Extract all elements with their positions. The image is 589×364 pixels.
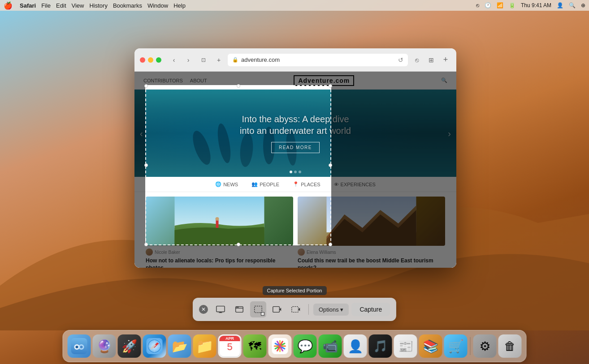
svg-rect-22 [292, 307, 299, 313]
browser-content: CONTRIBUTORS ABOUT Adventure.com 🔍 [134, 72, 456, 268]
close-window-button[interactable] [140, 57, 145, 63]
dock-icon-facetime[interactable]: 📹 [319, 334, 342, 358]
capture-entire-screen-button[interactable] [212, 301, 229, 317]
tab-places-label: PLACES [301, 182, 320, 187]
dock: 🔮 🚀 📂 📁 APR 5 🗺 [63, 330, 527, 362]
article-card-2[interactable]: Elena Williams Could this new trail be t… [298, 197, 445, 268]
svg-rect-19 [255, 306, 262, 313]
menubar-window[interactable]: Window [147, 2, 168, 9]
back-button[interactable]: ‹ [169, 55, 179, 65]
menubar-clock-icon[interactable]: 🕐 [485, 2, 491, 9]
website: CONTRIBUTORS ABOUT Adventure.com 🔍 [134, 72, 456, 268]
article-title-1: How not to alienate locals: Pro tips for… [146, 257, 293, 268]
tab-experiences[interactable]: 👁 EXPERIENCES [334, 181, 376, 187]
menubar-app-name[interactable]: Safari [20, 2, 36, 9]
toolbar-separator [308, 304, 309, 315]
article-title-2: Could this new trail be the boost Middle… [298, 257, 445, 268]
share-button[interactable]: ⎋ [411, 55, 422, 65]
dock-icon-systemprefs[interactable]: ⚙ [473, 334, 497, 358]
options-button[interactable]: Options ▾ [313, 304, 349, 316]
hero-next-button[interactable]: › [448, 128, 451, 138]
menubar-control-icon[interactable]: ⊕ [581, 2, 585, 9]
menubar-datetime: Thu 9:41 AM [521, 2, 551, 9]
menubar-airplay-icon[interactable]: ⎋ [476, 2, 479, 9]
menubar-wifi-icon[interactable]: 📶 [497, 2, 503, 9]
nav-about[interactable]: ABOUT [190, 78, 207, 83]
author-name-2: Elena Williams [307, 250, 336, 255]
svg-point-17 [237, 307, 237, 308]
site-logo: Adventure.com [294, 75, 354, 86]
site-search-icon[interactable]: 🔍 [441, 77, 447, 83]
dock-icon-contacts[interactable]: 👤 [344, 334, 367, 358]
tab-people[interactable]: 👥 PEOPLE [251, 181, 279, 187]
minimize-window-button[interactable] [148, 57, 153, 63]
author-avatar-1 [146, 248, 153, 256]
dock-icon-music[interactable]: 🎵 [369, 334, 392, 358]
nav-contributors[interactable]: CONTRIBUTORS [143, 78, 183, 83]
menubar-battery-icon[interactable]: 🔋 [509, 2, 515, 9]
address-bar[interactable]: 🔒 adventure.com ↺ [228, 54, 408, 66]
hero-prev-button[interactable]: ‹ [140, 128, 143, 138]
site-navigation: CONTRIBUTORS ABOUT Adventure.com 🔍 [134, 72, 456, 90]
tab-overview-button[interactable]: ⊡ [197, 54, 210, 66]
hero-read-more-button[interactable]: READ MORE [271, 142, 320, 153]
reload-button[interactable]: ↺ [398, 56, 403, 64]
dock-icon-files[interactable]: 📂 [168, 334, 191, 358]
dock-icon-appstore[interactable]: 🛒 [444, 334, 468, 358]
traffic-lights [140, 57, 161, 63]
sidebar-button[interactable]: ⊞ [426, 55, 437, 65]
dock-icon-photos[interactable] [269, 334, 292, 358]
svg-point-18 [238, 307, 238, 308]
dock-icon-messages[interactable]: 💬 [294, 334, 317, 358]
menubar-edit[interactable]: Edit [56, 2, 66, 9]
maximize-window-button[interactable] [156, 57, 161, 63]
menubar-history[interactable]: History [89, 2, 107, 9]
menubar-file[interactable]: File [41, 2, 51, 9]
apple-menu[interactable]: 🍎 [4, 1, 13, 10]
record-screen-icon [272, 304, 282, 314]
tab-news-label: NEWS [223, 182, 238, 187]
tab-places[interactable]: 📍 PLACES [293, 181, 320, 187]
dock-icon-news[interactable]: 📰 [394, 334, 417, 358]
menubar-help[interactable]: Help [173, 2, 186, 9]
svg-rect-20 [273, 307, 280, 313]
news-icon: 🌐 [215, 181, 221, 187]
portion-screen-icon [253, 304, 263, 314]
add-tab-button[interactable]: + [440, 55, 451, 65]
tab-news[interactable]: 🌐 NEWS [215, 181, 238, 187]
dock-icon-calendar[interactable]: APR 5 [218, 334, 242, 358]
experiences-icon: 👁 [334, 182, 339, 187]
svg-point-28 [80, 346, 83, 348]
tab-experiences-label: EXPERIENCES [341, 182, 376, 187]
tab-people-label: PEOPLE [260, 182, 279, 187]
dock-icon-maps[interactable]: 🗺 [243, 334, 267, 358]
capture-window-button[interactable] [231, 301, 247, 317]
capture-portion-button[interactable] [250, 301, 266, 317]
article-card-1[interactable]: Nicole Baker How not to alienate locals:… [146, 197, 293, 268]
close-screenshot-button[interactable]: ✕ [199, 305, 208, 314]
window-screen-icon [234, 304, 244, 314]
svg-point-1 [215, 123, 233, 164]
new-tab-button[interactable]: + [213, 55, 224, 65]
record-portion-button[interactable] [288, 301, 304, 317]
dock-icon-books[interactable]: 📚 [419, 334, 442, 358]
author-name-1: Nicole Baker [155, 250, 180, 255]
hero-text: Into the abyss: A deep dive into an unde… [240, 113, 351, 153]
dock-icon-siri[interactable]: 🔮 [93, 334, 116, 358]
dock-icon-launchpad[interactable]: 🚀 [118, 334, 141, 358]
browser-toolbar: ‹ › ⊡ + 🔒 adventure.com ↺ ⎋ ⊞ + [134, 48, 456, 72]
dock-icon-finder[interactable] [68, 334, 91, 358]
menubar-search-icon[interactable]: 🔍 [569, 2, 576, 9]
article-img-1-art [146, 197, 293, 246]
menubar-bookmarks[interactable]: Bookmarks [113, 2, 142, 9]
dock-icon-trash[interactable]: 🗑 [498, 334, 522, 358]
menubar-view[interactable]: View [72, 2, 84, 9]
forward-button[interactable]: › [183, 55, 194, 65]
menubar-profile-icon[interactable]: 👤 [557, 2, 563, 9]
record-screen-button[interactable] [269, 301, 285, 317]
dock-icon-safari[interactable] [143, 334, 166, 358]
dock-icon-folder[interactable]: 📁 [193, 334, 217, 358]
article-image-1 [146, 197, 293, 246]
capture-button[interactable]: Capture [351, 303, 390, 316]
article-meta-2: Elena Williams [298, 248, 445, 256]
